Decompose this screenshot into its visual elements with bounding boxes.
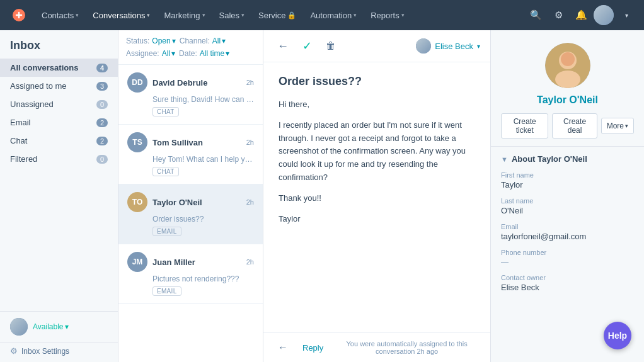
conv-name: Juan Miller [152, 257, 241, 267]
nav-conversations[interactable]: Conversations ▾ [86, 7, 156, 24]
inbox-settings-label: Inbox Settings [21, 347, 69, 356]
help-button[interactable]: Help [604, 322, 631, 349]
conv-time: 2h [246, 198, 254, 206]
chevron-down-icon: ▾ [354, 12, 357, 18]
delete-button[interactable]: 🗑 [321, 37, 340, 55]
sidebar-item-chat[interactable]: Chat 2 [0, 132, 118, 150]
assignee-name: Elise Beck [435, 42, 473, 51]
settings-icon-button[interactable]: ⚙ [548, 5, 568, 25]
field-owner: Contact owner Elise Beck [501, 274, 634, 292]
sidebar-item-assigned-to-me[interactable]: Assigned to me 3 [0, 77, 118, 95]
conv-avatar: JM [127, 252, 147, 272]
field-value-email[interactable]: taylorfoneil@gmail.com [501, 232, 634, 241]
conv-time: 2h [246, 79, 254, 86]
sidebar-item-all-conversations[interactable]: All conversations 4 [0, 59, 118, 77]
filter-date: Date: All time▾ [179, 49, 229, 58]
nav-contacts[interactable]: Contacts ▾ [35, 7, 85, 24]
email-paragraph-4: Taylor [279, 213, 475, 226]
inbox-title: Inbox [10, 39, 108, 52]
status-label: Available [33, 322, 63, 331]
sidebar-item-label: Chat [10, 136, 96, 145]
filter-assignee: Assignee: All▾ [126, 49, 175, 58]
nav-marketing-label: Marketing [164, 11, 200, 20]
field-lastname: Last name O'Neil [501, 197, 634, 215]
contact-name: Taylor O'Neil [537, 94, 598, 106]
conv-time: 2h [246, 139, 254, 146]
conv-channel-tag: CHAT [152, 167, 179, 176]
create-deal-button[interactable]: Create deal [552, 113, 597, 139]
nav-automation-label: Automation [310, 11, 352, 20]
assignee-selector[interactable]: Elise Beck ▾ [416, 38, 480, 54]
nav-sales-label: Sales [219, 11, 240, 20]
conversation-toolbar: ← ✓ 🗑 Elise Beck ▾ [263, 30, 490, 62]
back-button[interactable]: ← [273, 37, 292, 55]
filter-bar: Status: Open▾ Channel: All▾ Assignee: Al… [118, 30, 263, 65]
sidebar-item-label: Assigned to me [10, 81, 96, 91]
create-ticket-button[interactable]: Create ticket [501, 113, 548, 139]
field-label-email: Email [501, 223, 634, 230]
reply-label: Reply [302, 343, 323, 353]
nav-automation[interactable]: Automation ▾ [304, 7, 363, 24]
nav-service-label: Service [258, 11, 285, 20]
sidebar-item-email[interactable]: Email 2 [0, 113, 118, 132]
sidebar-item-unassigned[interactable]: Unassigned 0 [0, 95, 118, 113]
nav-reports-label: Reports [371, 11, 400, 20]
chevron-down-icon: ▾ [222, 37, 226, 45]
conv-meta: David Debrule [152, 78, 241, 88]
nav-reports[interactable]: Reports ▾ [364, 7, 411, 24]
conv-avatar: TO [127, 192, 147, 212]
sidebar-item-label: All conversations [10, 63, 96, 72]
field-label-lastname: Last name [501, 197, 634, 205]
sidebar-footer: Available ▾ [0, 311, 118, 342]
notifications-icon-button[interactable]: 🔔 [571, 5, 591, 25]
field-value-firstname[interactable]: Taylor [501, 180, 634, 189]
conv-avatar: TS [127, 132, 147, 152]
conversation-list-item[interactable]: TS Tom Sullivan 2h Hey Tom! What can I h… [118, 125, 263, 184]
user-avatar[interactable] [594, 5, 614, 25]
conversation-list-item[interactable]: TO Taylor O'Neil 2h Order issues?? EMAIL [118, 184, 263, 244]
sidebar-item-filtered[interactable]: Filtered 0 [0, 150, 118, 168]
about-section-label: About Taylor O'Neil [512, 154, 587, 164]
field-label-firstname: First name [501, 171, 634, 179]
field-label-phone: Phone number [501, 249, 634, 256]
field-value-phone[interactable]: — [501, 257, 634, 266]
left-sidebar: Inbox All conversations 4 Assigned to me… [0, 30, 118, 362]
filter-status-value[interactable]: Open▾ [152, 37, 175, 45]
filter-date-value[interactable]: All time▾ [200, 49, 229, 58]
conv-time: 2h [246, 258, 254, 266]
sidebar-item-label: Filtered [10, 154, 96, 164]
field-value-owner[interactable]: Elise Beck [501, 283, 634, 292]
nav-items: Contacts ▾ Conversations ▾ Marketing ▾ S… [35, 7, 526, 24]
conversation-list-item[interactable]: JM Juan Miller 2h Pictures not rendering… [118, 244, 263, 304]
search-icon-button[interactable]: 🔍 [526, 5, 546, 25]
resolve-button[interactable]: ✓ [297, 37, 316, 55]
nav-sales[interactable]: Sales ▾ [213, 7, 251, 24]
reply-back-icon[interactable]: ← [273, 338, 292, 357]
collapse-icon: ▼ [501, 156, 508, 163]
lock-icon: 🔒 [287, 11, 296, 20]
nav-service[interactable]: Service 🔒 [252, 7, 302, 24]
availability-status[interactable]: Available ▾ [33, 322, 69, 331]
filter-assignee-value[interactable]: All▾ [162, 49, 175, 58]
more-button[interactable]: More ▾ [601, 118, 634, 134]
field-phone: Phone number — [501, 249, 634, 266]
field-value-lastname[interactable]: O'Neil [501, 206, 634, 215]
user-menu-chevron[interactable]: ▾ [616, 5, 636, 25]
chevron-down-icon: ▾ [65, 322, 69, 331]
nav-marketing[interactable]: Marketing ▾ [158, 7, 211, 24]
reply-button[interactable]: Reply [297, 341, 328, 355]
hubspot-logo[interactable] [8, 4, 30, 26]
action-buttons: Create ticket Create deal More ▾ [501, 113, 634, 139]
conversation-list-item[interactable]: DD David Debrule 2h Sure thing, David! H… [118, 65, 263, 125]
chevron-down-icon: ▾ [625, 123, 628, 129]
sidebar-header: Inbox [0, 30, 118, 59]
about-section-header[interactable]: ▼ About Taylor O'Neil [501, 154, 634, 164]
inbox-settings-link[interactable]: ⚙ Inbox Settings [0, 342, 118, 362]
chevron-down-icon: ▾ [241, 12, 244, 18]
conv-preview: Pictures not rendering??? [152, 274, 254, 283]
conversation-list: DD David Debrule 2h Sure thing, David! H… [118, 65, 263, 362]
field-firstname: First name Taylor [501, 171, 634, 189]
email-paragraph-2: I recently placed an order but I'm not s… [279, 119, 475, 184]
email-paragraph-1: Hi there, [279, 98, 475, 111]
filter-channel-value[interactable]: All▾ [212, 37, 226, 45]
